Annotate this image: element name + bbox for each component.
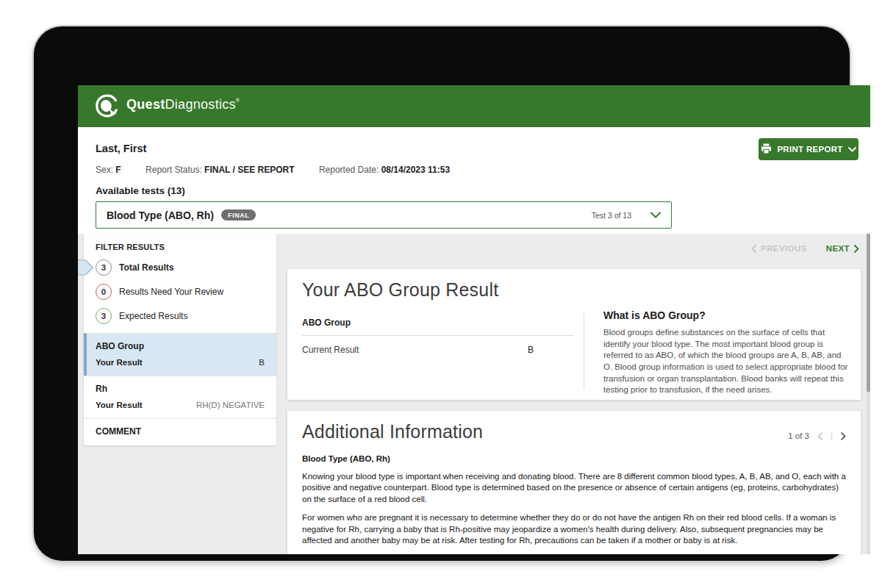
abo-info-text: Blood groups define substances on the su… [603,327,850,396]
abo-info-title: What is ABO Group? [603,309,850,321]
current-result-label: Current Result [302,345,359,355]
available-tests-label: Available tests (13) [96,185,185,196]
patient-info-row: Sex: F Report Status: FINAL / SEE REPORT… [96,165,472,175]
previous-button[interactable]: PREVIOUS [751,244,807,253]
total-results-label: Total Results [119,262,173,273]
previous-label: PREVIOUS [761,244,807,253]
result-card-title: Your ABO Group Result [302,279,498,301]
next-label: NEXT [826,244,850,253]
print-chevron-down-icon [848,145,856,154]
current-result-value: B [528,345,534,355]
comment-item-title: COMMENT [96,426,265,437]
chevron-down-icon [650,212,661,218]
additional-info-body: Blood Type (ABO, Rh) Knowing your blood … [302,453,846,554]
vertical-scrollbar-thumb[interactable] [867,234,870,392]
reported-date: Reported Date: 08/14/2023 11:53 [319,165,450,175]
test-pager: PREVIOUS NEXT [751,244,859,253]
date-label: Reported Date: [319,165,379,175]
sidebar-item-comment[interactable]: COMMENT [84,418,276,445]
sidebar-item-rh[interactable]: Rh Your Result RH(D) NEGATIVE [84,376,276,418]
content-region: FILTER RESULTS 3 Total Results 0 Results… [78,234,870,554]
filter-total-results[interactable]: 3 Total Results [96,259,265,276]
total-results-count-badge: 3 [96,259,112,276]
abo-result-card: Your ABO Group Result ABO Group Current … [287,269,861,400]
next-button[interactable]: NEXT [826,244,859,253]
result-table-header: ABO Group [302,318,574,336]
selected-filter-arrow-icon [78,259,94,279]
patient-header: Last, First Sex: F Report Status: FINAL … [78,127,870,234]
quest-logo-icon [94,93,121,119]
filter-results-section: FILTER RESULTS 3 Total Results 0 Results… [84,234,276,333]
rh-result-label: Your Result [96,401,143,409]
pagination-separator: | [831,431,833,440]
abo-group-item-title: ABO Group [96,341,265,351]
page-prev-icon[interactable] [817,432,822,440]
abo-info-panel: What is ABO Group? Blood groups define s… [603,309,850,396]
status-value: FINAL / SEE REPORT [204,165,294,175]
info-heading: Blood Type (ABO, Rh) [302,453,846,465]
test-position-label: Test 3 of 13 [592,211,631,220]
filter-expected-results[interactable]: 3 Expected Results [96,308,265,324]
expected-results-count-badge: 3 [96,308,112,324]
sex-label: Sex: [96,165,113,175]
info-pagination: 1 of 3 | [788,431,846,440]
additional-info-card: Additional Information 1 of 3 | Blood Ty… [287,411,861,554]
print-report-button[interactable]: PRINT REPORT [759,138,858,160]
print-report-label: PRINT REPORT [777,145,842,154]
card-vertical-divider [584,313,584,390]
sidebar-item-abo-group[interactable]: ABO Group Your Result B [84,333,276,376]
sex-value: F [115,165,121,175]
app-screen: QuestDiagnostics® Last, First Sex: F Rep… [78,85,870,554]
chevron-left-icon [751,245,756,253]
result-table: ABO Group Current Result B [302,318,574,355]
status-label: Report Status: [146,165,202,175]
printer-icon [761,143,772,155]
info-paragraph-1: Knowing your blood type is important whe… [302,471,846,506]
patient-sex: Sex: F [96,165,121,175]
chevron-right-icon [854,245,859,253]
rh-result-value: RH(D) NEGATIVE [196,401,265,409]
main-column: PREVIOUS NEXT Your ABO Group Result ABO … [287,234,861,554]
need-review-count-badge: 0 [96,284,112,300]
brand-light: Diagnostics [165,97,236,112]
filter-need-review[interactable]: 0 Results Need Your Review [96,284,265,300]
results-sidebar: FILTER RESULTS 3 Total Results 0 Results… [84,234,276,445]
page-next-icon[interactable] [841,432,846,440]
need-review-label: Results Need Your Review [119,287,223,297]
rh-item-title: Rh [96,384,265,394]
additional-info-title: Additional Information [302,421,483,442]
expected-results-label: Expected Results [119,311,187,321]
vertical-scrollbar-track [867,234,870,554]
app-header: QuestDiagnostics® [78,85,870,127]
brand-bold: Quest [126,97,165,112]
date-value: 08/14/2023 11:53 [381,165,450,175]
filter-results-title: FILTER RESULTS [96,243,265,251]
tablet-frame: QuestDiagnostics® Last, First Sex: F Rep… [34,26,850,561]
info-paragraph-3: By clicking here you can visit the Lab T… [302,554,846,555]
patient-name: Last, First [96,143,146,154]
info-paragraph-2: For women who are pregnant it is necessa… [302,512,846,547]
brand-registered-mark: ® [236,98,240,103]
report-status: Report Status: FINAL / SEE REPORT [146,165,295,175]
final-status-badge: FINAL [221,209,257,220]
abo-group-result-value: B [259,358,265,367]
test-selector-dropdown[interactable]: Blood Type (ABO, Rh) FINAL Test 3 of 13 [96,201,672,229]
current-result-row: Current Result B [302,336,574,355]
abo-group-result-label: Your Result [96,358,143,367]
selected-test-name: Blood Type (ABO, Rh) [107,209,214,221]
brand-wordmark: QuestDiagnostics® [126,97,240,112]
page-indicator: 1 of 3 [788,431,809,440]
